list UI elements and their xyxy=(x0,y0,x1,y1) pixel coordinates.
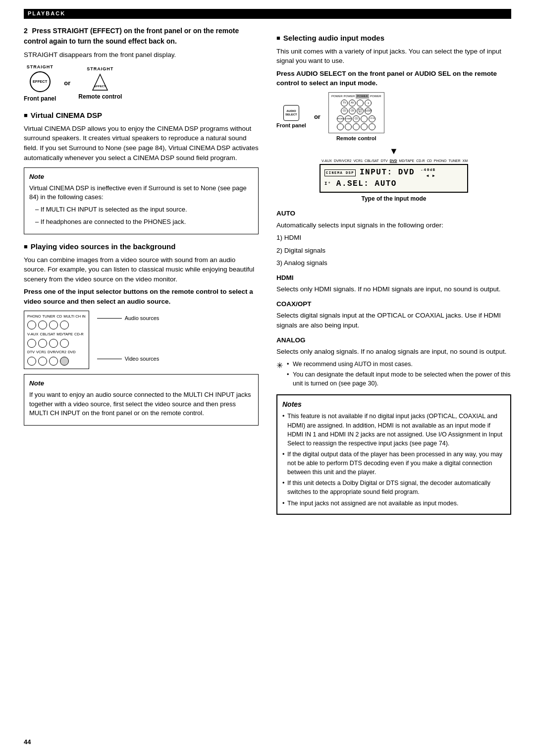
i-btn: i xyxy=(365,100,372,107)
hdmi-p1: Selects only HDMI signals. If no HDMI si… xyxy=(276,284,511,294)
selector-bot-labels: DTV VCR1 DVR/VCR2 DVD xyxy=(27,350,86,355)
dvd-btn xyxy=(60,357,69,366)
dvrvcr2-btn xyxy=(49,357,58,366)
tip-icon: ✳ xyxy=(276,360,283,371)
bot-buttons-row xyxy=(27,357,86,366)
tv-btn: TV xyxy=(341,100,348,107)
selecting-audio-title: Selecting audio input modes xyxy=(283,33,384,44)
right-remote-label: Remote control xyxy=(336,135,376,143)
selector-buttons-diagram: PHONO TUNER CD MULTI CH IN V-AUX xyxy=(24,311,89,370)
tip-bullet-0: We recommend using AUTO in most cases. xyxy=(287,360,511,369)
note1-b1: – If MULTI CH INPUT is selected as the i… xyxy=(29,205,253,215)
playing-video-heading: Playing video sources in the background xyxy=(24,241,259,252)
audio-sources-label: Audio sources xyxy=(125,315,160,323)
audio-select-diagram: AUDIOSELECT Front panel or POWER POWER P… xyxy=(276,92,511,143)
auto-list-0: 1) HDMI xyxy=(276,233,511,243)
or-text-1: or xyxy=(64,79,70,88)
audio-select-icon: AUDIOSELECT xyxy=(283,105,299,121)
remote-icon-area: STRAIGHT EFFECT xyxy=(87,66,113,91)
video-dline xyxy=(97,359,122,359)
c4-btn xyxy=(361,123,368,130)
front-panel-label: Front panel xyxy=(24,95,56,103)
av-btn: AV xyxy=(349,100,356,107)
c3-btn xyxy=(353,123,360,130)
remote-grid-icon: POWER POWER POWER POWER TV AV i CD xyxy=(328,92,384,133)
cd-r-btn: CD xyxy=(341,108,348,114)
selector-diagram-row: PHONO TUNER CD MULTI CH IN V-AUX xyxy=(24,311,259,370)
vaux-btn xyxy=(27,339,36,348)
input-display-container: V-AUX DVR/VCR2 VCR1 CBL/SAT DTV DVD MD/T… xyxy=(320,159,468,204)
display-line2: A.SEL: AUTO xyxy=(336,178,397,190)
notes-item-0: This feature is not available if no digi… xyxy=(282,412,505,448)
c5-btn xyxy=(369,123,375,130)
cblsat-btn xyxy=(38,339,47,348)
selector-diagram-wrapper: PHONO TUNER CD MULTI CH IN V-AUX xyxy=(24,311,259,370)
analog-heading: ANALOG xyxy=(276,335,511,345)
note1-title: Note xyxy=(29,172,253,182)
page: PLAYBACK 2 Press STRAIGHT (EFFECT) on th… xyxy=(0,0,535,756)
circle-row xyxy=(331,123,381,130)
note-box-2: Note If you want to enjoy an audio sourc… xyxy=(24,374,259,426)
coaxopt-heading: COAX/OPT xyxy=(276,299,511,309)
remote-panel-block: STRAIGHT EFFECT Remote control xyxy=(78,66,122,101)
tuner-btn xyxy=(38,321,47,329)
top-buttons-row xyxy=(27,321,86,329)
c2-btn xyxy=(345,123,352,130)
notes-item-1: If the digital output data of the player… xyxy=(282,450,505,477)
vcr1-btn xyxy=(38,357,47,366)
cinema-dsp-badge: CINEMA DSP xyxy=(324,169,356,176)
input-display-wrapper: V-AUX DVR/VCR2 VCR1 CBL/SAT DTV DVD MD/T… xyxy=(276,159,511,204)
video-sources-label: Video sources xyxy=(125,355,160,363)
down-arrow: ▼ xyxy=(276,147,511,156)
page-number: 44 xyxy=(24,738,31,747)
blank-btn xyxy=(357,100,364,107)
bottom-left-indicator: I° xyxy=(324,181,331,187)
cb-r-btn: CB xyxy=(349,108,356,114)
section2-sub: STRAIGHT disappears from the front panel… xyxy=(24,50,259,60)
straight-circle-icon: EFFECT xyxy=(30,71,51,92)
header-bar: PLAYBACK xyxy=(24,9,511,19)
audio-front-panel-block: AUDIOSELECT Front panel xyxy=(276,105,306,130)
display-row-1: CINEMA DSP INPUT: DVD -40dB ◀ ▶ xyxy=(324,167,461,178)
virtual-cinema-p1: Virtual CINEMA DSP allows you to enjoy t… xyxy=(24,124,259,162)
straight-diagram: STRAIGHT EFFECT Front panel or STRAIGHT xyxy=(24,64,259,103)
audio-remote-block: POWER POWER POWER POWER TV AV i CD xyxy=(328,92,384,143)
notes-title: Notes xyxy=(282,399,505,409)
right-column: Selecting audio input modes This unit co… xyxy=(276,26,511,520)
note2-title: Note xyxy=(29,378,253,388)
section2-number: 2 xyxy=(24,27,28,35)
phono-btn xyxy=(27,321,36,329)
notes-box: Notes This feature is not available if n… xyxy=(276,394,511,515)
selector-mid-labels: V-AUX CBL/SAT MD/TAPE CD-R xyxy=(27,332,86,337)
auto-p1: Automatically selects input signals in t… xyxy=(276,220,511,230)
effect-label1: EFFECT xyxy=(33,80,47,84)
tip-bullets: We recommend using AUTO in most cases. Y… xyxy=(287,360,511,389)
mdtape-btn xyxy=(49,339,58,348)
cd-cb-row: CD CB AUD SEL SLEEP xyxy=(331,108,381,114)
straight-label1: STRAIGHT xyxy=(27,64,54,70)
auto-list: 1) HDMI 2) Digital signals 3) Analog sig… xyxy=(276,233,511,268)
cd-btn xyxy=(49,321,58,329)
annotations: Audio sources Video sources xyxy=(97,315,160,364)
virtual-cinema-title: Virtual CINEMA DSP xyxy=(31,110,102,121)
sleep-r-btn: SLEEP xyxy=(365,108,372,114)
notes-item-2: If this unit detects a Dolby Digital or … xyxy=(282,479,505,496)
left-column: 2 Press STRAIGHT (EFFECT) on the front p… xyxy=(24,26,259,520)
power-row: POWER POWER POWER POWER xyxy=(331,94,381,99)
svg-text:EFFECT: EFFECT xyxy=(95,85,107,88)
main-content: 2 Press STRAIGHT (EFFECT) on the front p… xyxy=(24,26,511,520)
cdr-btn xyxy=(60,339,69,348)
selecting-audio-p1: This unit comes with a variety of input … xyxy=(276,47,511,66)
analog-p1: Selects only analog signals. If no analo… xyxy=(276,347,511,357)
blank2-btn xyxy=(361,115,368,122)
notes-list: This feature is not available if no digi… xyxy=(282,412,505,507)
dtv-btn xyxy=(27,357,36,366)
hdmi-heading: HDMI xyxy=(276,273,511,283)
note-box-1: Note Virtual CINEMA DSP is ineffective e… xyxy=(24,167,259,234)
tip-bullet-1: You can designate the default input mode… xyxy=(287,370,511,388)
or-text-2: or xyxy=(314,112,321,122)
cdin-btn: CD IN xyxy=(369,115,375,122)
playing-video-title: Playing video sources in the background xyxy=(31,241,176,252)
display-line1: INPUT: DVD xyxy=(360,167,415,178)
section2-block: 2 Press STRAIGHT (EFFECT) on the front p… xyxy=(24,26,259,46)
